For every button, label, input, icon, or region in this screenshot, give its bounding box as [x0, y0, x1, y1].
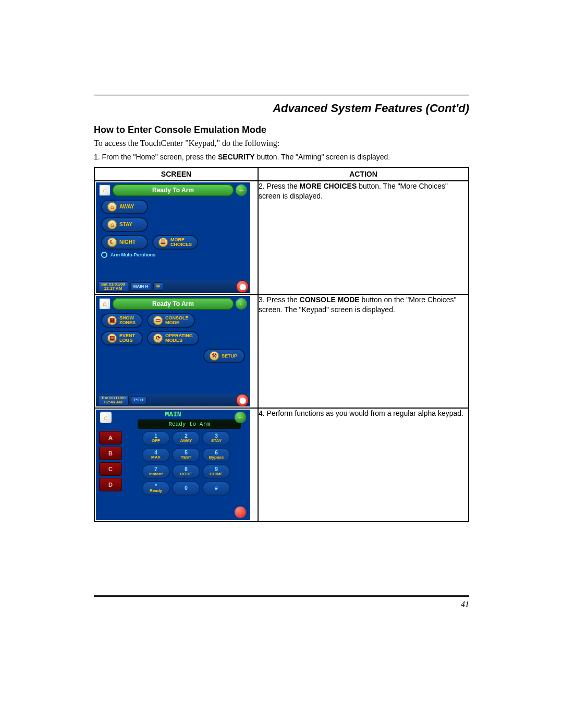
- main-chip[interactable]: MAIN H: [130, 282, 151, 291]
- a1-pre: 3. Press the: [259, 295, 300, 304]
- page-number: 41: [94, 600, 469, 609]
- om-l2: MODES: [165, 338, 193, 343]
- logs-icon: ▤: [107, 334, 117, 343]
- away-button[interactable]: ⌂ AWAY: [101, 200, 148, 214]
- bottom-bar: Sat 01/01/00 12:17 AM MAIN H ✉ ⬤: [96, 280, 250, 293]
- col-screen: SCREEN: [94, 167, 258, 181]
- back-icon[interactable]: ←: [235, 412, 246, 423]
- more-line2: CHOICES: [170, 242, 192, 247]
- step1-pre: 1. From the "Home" screen, press the: [94, 153, 218, 161]
- a2-full: 4. Perform functions as you would from a…: [259, 409, 463, 417]
- away-icon: ⌂: [107, 202, 117, 212]
- setup-label: SETUP: [222, 353, 237, 359]
- keypad-screen: ⌂ ← MAIN Ready to Arm A B C D 1OFF2AWAY3…: [96, 410, 250, 520]
- numkey-digit: 0: [185, 486, 188, 491]
- ts-l2: 12:17 AM: [101, 287, 125, 291]
- stay-icon: ⌂: [107, 220, 117, 229]
- keypad-title: MAIN: [96, 411, 250, 418]
- arm-multi-partitions[interactable]: Arm Multi-Partitions: [96, 251, 250, 258]
- numkey-4[interactable]: 4MAX: [142, 448, 170, 462]
- numkey-label: OFF: [152, 439, 160, 443]
- keypad-lcd: Ready to Arm: [138, 419, 241, 429]
- numkey-#[interactable]: #: [202, 481, 230, 496]
- numkey-label: Bypass: [209, 455, 224, 460]
- numkey-label: STAY: [211, 439, 222, 443]
- numkey-label: CHIME: [210, 472, 223, 476]
- home-icon[interactable]: ⌂: [100, 412, 112, 423]
- intro-paragraph: To access the TouchCenter "Keypad," do t…: [94, 139, 469, 148]
- show-zones-button[interactable]: ▦ SHOW ZONES: [101, 313, 143, 328]
- panic-button[interactable]: ⬤: [237, 281, 248, 292]
- ready-status: Ready To Arm: [113, 184, 234, 196]
- el-l2: LOGS: [119, 338, 135, 343]
- numkey-9[interactable]: 9CHIME: [202, 464, 230, 479]
- numkey-6[interactable]: 6Bypass: [202, 448, 230, 462]
- numkey-7[interactable]: 7Instant: [142, 464, 170, 479]
- numkey-label: TEST: [181, 455, 191, 460]
- key-a[interactable]: A: [99, 431, 122, 445]
- numkey-2[interactable]: 2AWAY: [172, 431, 200, 446]
- key-d[interactable]: D: [99, 478, 122, 491]
- stay-button[interactable]: ⌂ STAY: [101, 217, 148, 232]
- stay-label: STAY: [119, 221, 132, 227]
- bottom-bar: Tue 01/11/00 02:46 AM P1 H ⬤: [96, 394, 250, 406]
- a1-bold: CONSOLE MODE: [300, 295, 360, 304]
- radio-icon: [101, 252, 107, 258]
- setup-icon: ⚒: [210, 351, 219, 361]
- console-mode-button[interactable]: ▭ CONSOLE MODE: [147, 313, 195, 328]
- numkey-label: Instant: [149, 472, 163, 476]
- numkey-1[interactable]: 1OFF: [142, 431, 170, 446]
- numkey-3[interactable]: 3STAY: [202, 431, 230, 446]
- modes-icon: ⟳: [153, 334, 163, 343]
- step1-post: button. The "Arming" screen is displayed…: [255, 153, 390, 161]
- back-icon[interactable]: ←: [236, 184, 247, 196]
- numkey-digit: #: [215, 486, 218, 491]
- more-choices-icon: ☰: [158, 238, 168, 247]
- away-label: AWAY: [119, 204, 134, 209]
- night-icon: ☾: [107, 238, 117, 247]
- numkey-8[interactable]: 8CODE: [172, 464, 200, 479]
- numkey-label: Ready: [150, 489, 162, 493]
- numkey-5[interactable]: 5TEST: [172, 448, 200, 462]
- numkey-0[interactable]: 0: [172, 481, 200, 496]
- a0-bold: MORE CHOICES: [300, 182, 357, 190]
- section-heading: How to Enter Console Emulation Mode: [94, 125, 469, 135]
- panic-button[interactable]: ⬤: [237, 394, 248, 406]
- col-action: ACTION: [258, 167, 469, 181]
- back-icon[interactable]: ←: [236, 298, 247, 310]
- action-cell: 4. Perform functions as you would from a…: [258, 408, 469, 522]
- table-row: ⌂ Ready To Arm ← ⌂ AWAY ⌂: [94, 181, 469, 294]
- home-icon[interactable]: ⌂: [99, 184, 111, 196]
- numkey-*[interactable]: *Ready: [142, 481, 170, 496]
- cm-l2: MODE: [165, 320, 189, 325]
- home-icon[interactable]: ⌂: [99, 298, 111, 310]
- steps-table: SCREEN ACTION ⌂ Ready To Arm ←: [94, 167, 469, 522]
- more-choices-button[interactable]: ☰ MORE CHOICES: [152, 235, 198, 250]
- key-b[interactable]: B: [99, 447, 122, 460]
- panic-button[interactable]: [235, 507, 246, 518]
- zones-icon: ▦: [107, 316, 117, 325]
- running-title: Advanced System Features (Cont'd): [94, 98, 469, 115]
- step1-bold: SECURITY: [218, 153, 255, 161]
- night-label: NIGHT: [119, 239, 136, 245]
- operating-modes-button[interactable]: ⟳ OPERATING MODES: [147, 331, 199, 346]
- step-1: 1. From the "Home" screen, press the SEC…: [94, 152, 469, 163]
- more-choices-screen: ⌂ Ready To Arm ← ▦ SHOW ZONES: [96, 296, 250, 406]
- table-row: ⌂ Ready To Arm ← ▦ SHOW ZONES: [94, 294, 469, 408]
- pt-chip[interactable]: P1 H: [131, 396, 146, 404]
- a0-pre: 2. Press the: [259, 182, 300, 190]
- arm-multi-label: Arm Multi-Partitions: [111, 252, 155, 257]
- night-button[interactable]: ☾ NIGHT: [101, 235, 148, 250]
- sz-l2: ZONES: [119, 320, 136, 325]
- ts2-l2: 02:46 AM: [101, 400, 126, 404]
- action-cell: 2. Press the MORE CHOICES button. The "M…: [258, 181, 469, 294]
- setup-button[interactable]: ⚒ SETUP: [203, 349, 245, 363]
- key-c[interactable]: C: [99, 462, 122, 476]
- table-row: ⌂ ← MAIN Ready to Arm A B C D 1OFF2AWAY3…: [94, 408, 469, 522]
- timestamp-chip: Sat 01/01/00 12:17 AM: [98, 281, 128, 292]
- numkey-label: AWAY: [180, 439, 192, 443]
- ready-status: Ready To Arm: [113, 298, 234, 310]
- event-logs-button[interactable]: ▤ EVENT LOGS: [101, 331, 143, 346]
- msg-chip[interactable]: ✉: [153, 282, 163, 291]
- action-cell: 3. Press the CONSOLE MODE button on the …: [258, 294, 469, 408]
